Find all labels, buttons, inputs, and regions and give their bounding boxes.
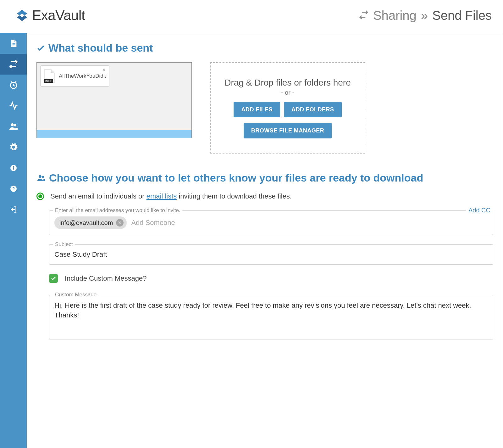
svg-text:?: ? <box>12 186 15 191</box>
add-someone-input[interactable] <box>131 219 488 227</box>
svg-rect-1 <box>12 45 15 45</box>
svg-rect-7 <box>13 167 14 170</box>
sidebar-item-logout[interactable] <box>0 199 27 220</box>
gear-icon <box>9 143 18 152</box>
activity-icon <box>9 101 18 110</box>
users-icon <box>8 121 19 132</box>
svg-point-8 <box>13 166 14 167</box>
email-chip: info@exavault.com ✕ <box>54 216 127 229</box>
main-content: What should be sent × INCO… AllTheWorkYo… <box>27 33 503 448</box>
sidebar-item-users[interactable] <box>0 116 27 137</box>
info-icon <box>10 164 17 172</box>
file-icon <box>9 39 18 48</box>
section-what-to-send: What should be sent <box>36 42 493 54</box>
sidebar: ? <box>0 33 27 448</box>
radio-button[interactable] <box>36 193 44 200</box>
sidebar-item-help[interactable]: ? <box>0 178 27 199</box>
svg-point-4 <box>11 123 14 126</box>
include-custom-message-checkbox[interactable]: Include Custom Message? <box>49 274 493 283</box>
chip-email: info@exavault.com <box>59 219 113 227</box>
subject-legend: Subject <box>53 241 75 248</box>
emails-legend: Enter all the email addresses you would … <box>53 207 182 214</box>
svg-point-14 <box>39 175 41 178</box>
users-icon <box>36 173 46 183</box>
add-cc-link[interactable]: Add CC <box>466 207 493 214</box>
svg-text:INCO…: INCO… <box>45 80 54 82</box>
upload-preview: × INCO… AllTheWorkYouDid.zip.in <box>36 62 192 138</box>
add-files-button[interactable]: ADD FILES <box>234 102 280 117</box>
remove-chip-icon[interactable]: ✕ <box>116 219 124 227</box>
share-icon <box>359 8 369 23</box>
svg-point-5 <box>14 124 16 126</box>
radio-label: Send an email to individuals or email li… <box>50 192 292 200</box>
email-lists-link[interactable]: email lists <box>146 192 177 200</box>
share-arrows-icon <box>9 59 18 69</box>
checkbox-label: Include Custom Message? <box>65 274 146 283</box>
svg-rect-2 <box>12 46 14 46</box>
brand-logo: ExaVault <box>16 8 85 23</box>
breadcrumb: Sharing » Send Files <box>359 8 492 23</box>
sidebar-item-settings[interactable] <box>0 137 27 158</box>
sidebar-item-info[interactable] <box>0 158 27 178</box>
breadcrumb-sep: » <box>421 8 428 23</box>
subject-field[interactable]: Subject <box>49 244 493 265</box>
breadcrumb-section[interactable]: Sharing <box>373 8 417 23</box>
custom-message-legend: Custom Message <box>53 292 98 298</box>
custom-message-field[interactable]: Custom Message <box>49 295 493 339</box>
emails-field[interactable]: Enter all the email addresses you would … <box>49 210 493 235</box>
subject-input[interactable] <box>54 250 488 259</box>
dropzone[interactable]: Drag & Drop files or folders here - or -… <box>210 62 365 154</box>
dropzone-or: - or - <box>281 89 294 96</box>
breadcrumb-page: Send Files <box>432 8 492 23</box>
file-name: AllTheWorkYouDid.zip.in <box>59 73 106 79</box>
custom-message-textarea[interactable] <box>54 301 488 332</box>
close-icon[interactable]: × <box>102 67 107 72</box>
brand-name: ExaVault <box>32 8 85 23</box>
checkbox-checked-icon[interactable] <box>49 274 58 283</box>
section-title: Choose how you want to let others know y… <box>49 172 423 184</box>
dropzone-title: Drag & Drop files or folders here <box>224 78 351 88</box>
sidebar-item-files[interactable] <box>0 33 27 54</box>
sidebar-item-share[interactable] <box>0 54 27 75</box>
radio-send-email[interactable]: Send an email to individuals or email li… <box>36 192 493 200</box>
file-chip[interactable]: × INCO… AllTheWorkYouDid.zip.in <box>40 65 109 87</box>
svg-rect-0 <box>12 43 15 44</box>
upload-progress <box>37 130 191 138</box>
browse-file-manager-button[interactable]: BROWSE FILE MANAGER <box>244 123 332 138</box>
section-notify: Choose how you want to let others know y… <box>36 172 493 184</box>
topbar: ExaVault Sharing » Send Files <box>0 0 503 33</box>
section-title: What should be sent <box>48 42 153 54</box>
file-type-icon: INCO… <box>44 69 55 83</box>
help-icon: ? <box>10 185 17 193</box>
logo-icon <box>16 9 28 22</box>
logout-icon <box>9 205 18 214</box>
check-icon <box>36 44 45 53</box>
sidebar-item-activity[interactable] <box>0 95 27 116</box>
svg-point-15 <box>42 176 44 178</box>
add-folders-button[interactable]: ADD FOLDERS <box>284 102 342 117</box>
sidebar-item-clock[interactable] <box>0 75 27 95</box>
clock-icon <box>9 80 18 90</box>
